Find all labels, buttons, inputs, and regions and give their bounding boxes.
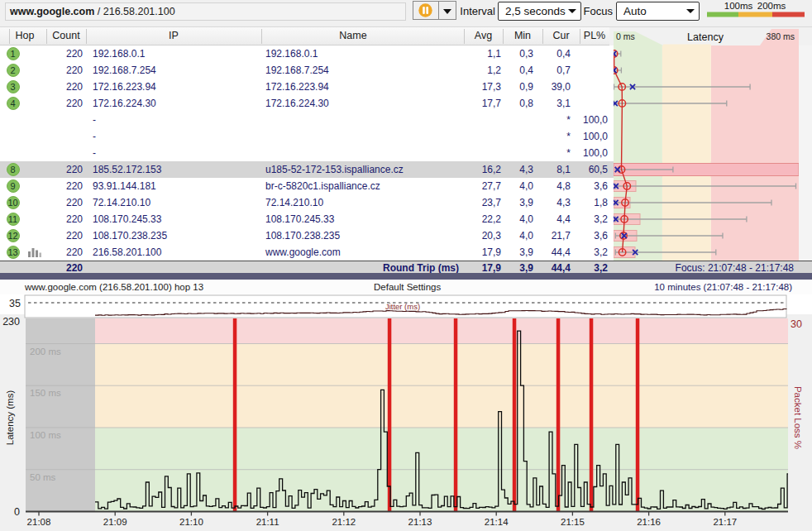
svg-text:0 ms: 0 ms (616, 31, 635, 41)
svg-text:35: 35 (9, 298, 21, 309)
svg-text:200 ms: 200 ms (30, 347, 61, 356)
svg-text:Packet Loss %: Packet Loss % (793, 386, 803, 449)
svg-text:50 ms: 50 ms (30, 472, 56, 482)
svg-text:Latency (ms): Latency (ms) (5, 390, 15, 446)
svg-text:21:15: 21:15 (561, 517, 585, 527)
svg-text:21:14: 21:14 (485, 517, 509, 527)
svg-text:21:12: 21:12 (332, 517, 356, 527)
svg-text:30: 30 (791, 318, 802, 330)
svg-text:100ms: 100ms (724, 1, 753, 11)
svg-text:21:16: 21:16 (637, 517, 661, 527)
svg-text:Latency: Latency (687, 31, 724, 43)
svg-text:150 ms: 150 ms (30, 388, 61, 398)
svg-text:21:17: 21:17 (713, 517, 737, 527)
svg-text:200ms: 200ms (757, 1, 786, 11)
svg-text:21:11: 21:11 (256, 517, 279, 527)
svg-text:21:13: 21:13 (408, 517, 432, 527)
svg-text:21:09: 21:09 (103, 517, 127, 527)
svg-text:21:10: 21:10 (179, 517, 203, 527)
svg-text:0: 0 (14, 506, 20, 518)
svg-text:380 ms: 380 ms (767, 31, 795, 41)
svg-text:21:08: 21:08 (27, 517, 51, 527)
svg-text:Jitter (ms): Jitter (ms) (385, 302, 420, 311)
svg-text:100 ms: 100 ms (30, 430, 61, 440)
